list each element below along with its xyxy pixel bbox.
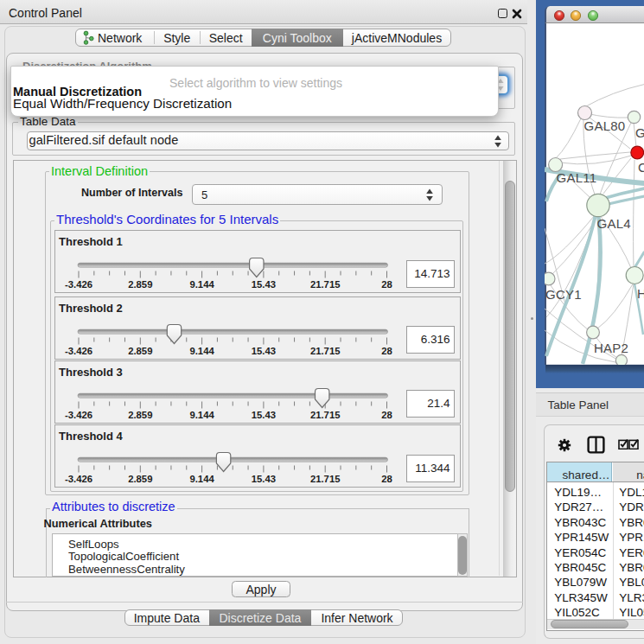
svg-text:21.715: 21.715: [310, 279, 341, 290]
svg-text:-3.426: -3.426: [65, 279, 92, 290]
svg-text:21.715: 21.715: [310, 345, 341, 355]
svg-text:15.43: 15.43: [252, 409, 276, 419]
svg-text:2.859: 2.859: [128, 279, 152, 290]
svg-text:GAL11: GAL11: [556, 169, 596, 184]
svg-text:28: 28: [381, 409, 392, 419]
svg-text:9.144: 9.144: [189, 409, 214, 419]
svg-text:15.43: 15.43: [252, 474, 276, 484]
svg-text:2.859: 2.859: [128, 345, 152, 355]
svg-text:28: 28: [381, 345, 392, 355]
svg-text:9.144: 9.144: [189, 474, 214, 484]
svg-text:-3.426: -3.426: [65, 409, 92, 419]
svg-text:-3.426: -3.426: [65, 474, 92, 484]
svg-text:15.43: 15.43: [252, 279, 276, 290]
svg-text:21.715: 21.715: [310, 409, 341, 419]
svg-text:GAL80: GAL80: [583, 118, 625, 132]
svg-text:9.144: 9.144: [189, 345, 214, 355]
svg-text:21.715: 21.715: [310, 474, 341, 484]
svg-text:-3.426: -3.426: [65, 345, 92, 355]
svg-text:2.859: 2.859: [128, 409, 152, 419]
svg-text:C: C: [638, 160, 644, 175]
svg-text:2.859: 2.859: [128, 474, 152, 484]
svg-text:15.43: 15.43: [252, 345, 276, 355]
svg-text:GCY1: GCY1: [545, 287, 582, 302]
svg-text:9.144: 9.144: [189, 279, 214, 290]
svg-text:HAP2: HAP2: [594, 341, 628, 355]
svg-text:G.: G.: [635, 124, 644, 139]
svg-text:28: 28: [381, 279, 392, 290]
svg-text:H: H: [637, 286, 644, 301]
svg-text:GAL4: GAL4: [596, 215, 630, 230]
svg-text:28: 28: [381, 474, 392, 484]
